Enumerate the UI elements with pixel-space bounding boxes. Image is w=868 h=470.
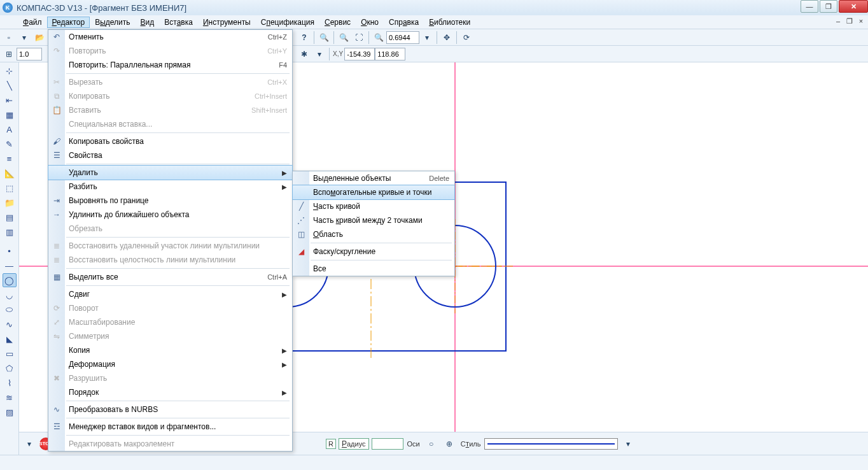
- coord-x[interactable]: [344, 48, 375, 61]
- mi-symmetry[interactable]: ⇋Симметрия: [48, 329, 292, 343]
- mi-undo[interactable]: ↶ОтменитьCtrl+Z: [48, 30, 292, 44]
- vbtn-meas[interactable]: 📐: [3, 166, 17, 180]
- zoom-fit-icon[interactable]: ⛶: [352, 31, 366, 45]
- vbtn-chamfer[interactable]: ◣: [3, 332, 17, 346]
- snap-icon[interactable]: ✱: [297, 47, 311, 61]
- mi-props[interactable]: ☰Свойства: [48, 148, 292, 162]
- mi-destroy[interactable]: ✖Разрушить: [48, 371, 292, 385]
- mi-order[interactable]: Порядок▶: [48, 385, 292, 399]
- mdi-minimize[interactable]: –: [834, 17, 843, 25]
- zoom-in-icon[interactable]: 🔍: [317, 31, 331, 45]
- mi-redo[interactable]: ↷ПовторитьCtrl+Y: [48, 44, 292, 58]
- zoom-dd-icon[interactable]: ▾: [420, 31, 434, 45]
- step-input[interactable]: [17, 48, 42, 61]
- pb-dd-icon[interactable]: ▾: [22, 437, 36, 451]
- vbtn-edit[interactable]: ✎: [3, 137, 17, 151]
- zoom-window-icon[interactable]: 🔍: [337, 31, 351, 45]
- vbtn-arc[interactable]: ◡: [3, 288, 17, 302]
- vbtn-spline[interactable]: ∿: [3, 317, 17, 331]
- mi-restore-ml[interactable]: ≣Восстановить удаленный участок линии му…: [48, 239, 292, 253]
- smi-selected[interactable]: Выделенные объектыDelete: [293, 171, 454, 185]
- help-cursor-icon[interactable]: ?: [297, 31, 311, 45]
- style-dd-icon[interactable]: ▾: [621, 437, 635, 451]
- maximize-button[interactable]: ❐: [820, 0, 837, 13]
- mi-manager[interactable]: ☲Менеджер вставок видов и фрагментов...: [48, 420, 292, 434]
- vbtn-line[interactable]: ╲: [3, 78, 17, 92]
- mi-repeat[interactable]: Повторить: Параллельная прямаяF4: [48, 58, 292, 72]
- vbtn-poly[interactable]: ⬠: [3, 361, 17, 375]
- menu-tools[interactable]: Инструменты: [198, 17, 256, 28]
- mi-shift[interactable]: Сдвиг▶: [48, 287, 292, 301]
- vbtn-sel[interactable]: ⬚: [3, 181, 17, 195]
- style-select[interactable]: [484, 438, 618, 450]
- smi-between[interactable]: ⋰Часть кривой между 2 точками: [293, 213, 454, 227]
- mi-paste[interactable]: 📋ВставитьShift+Insert: [48, 103, 292, 117]
- smi-all[interactable]: Все: [293, 262, 454, 276]
- mi-macro[interactable]: Редактировать макроэлемент: [48, 437, 292, 451]
- menu-window[interactable]: Окно: [356, 17, 384, 28]
- axes-on-icon[interactable]: ⊕: [442, 437, 456, 451]
- mi-deform[interactable]: Деформация▶: [48, 357, 292, 371]
- vbtn-equid[interactable]: ≋: [3, 390, 17, 404]
- dropdown-icon[interactable]: ▾: [17, 31, 31, 45]
- menu-libs[interactable]: Библиотеки: [424, 17, 475, 28]
- mi-delete[interactable]: Удалить▶: [48, 165, 293, 180]
- mi-copy-props[interactable]: 🖌Копировать свойства: [48, 134, 292, 148]
- vbtn-cont[interactable]: ⌇: [3, 376, 17, 390]
- vbtn-spec[interactable]: ▤: [3, 210, 17, 224]
- mi-cut[interactable]: ✂ВырезатьCtrl+X: [48, 75, 292, 89]
- smi-chamfer[interactable]: ◢Фаску/скругление: [293, 245, 454, 259]
- smi-part[interactable]: ╱Часть кривой: [293, 199, 454, 213]
- pan-icon[interactable]: ✥: [440, 31, 454, 45]
- menu-file[interactable]: Файл: [18, 17, 47, 28]
- menu-view[interactable]: Вид: [136, 17, 160, 28]
- mi-scale[interactable]: ⤢Масштабирование: [48, 315, 292, 329]
- mi-split[interactable]: Разбить▶: [48, 180, 292, 194]
- vbtn-point2[interactable]: •: [3, 244, 17, 258]
- refresh-icon[interactable]: ⟳: [459, 31, 473, 45]
- mi-restore-int[interactable]: ≣Восстановить целостность линии мультили…: [48, 253, 292, 267]
- vbtn-fill[interactable]: ▨: [3, 405, 17, 419]
- menu-spec[interactable]: Спецификация: [256, 17, 319, 28]
- mi-rotate[interactable]: ⟳Поворот: [48, 301, 292, 315]
- vbtn-rep[interactable]: ▥: [3, 225, 17, 239]
- open-icon[interactable]: 📂: [32, 31, 46, 45]
- vbtn-dim1[interactable]: ⇤: [3, 93, 17, 107]
- mi-extend[interactable]: →Удлинить до ближайшего объекта: [48, 208, 292, 222]
- radius-input[interactable]: [372, 438, 403, 450]
- vbtn-circle[interactable]: ◯: [3, 273, 17, 287]
- snap-dd-icon[interactable]: ▾: [312, 47, 326, 61]
- menu-insert[interactable]: Вставка: [159, 17, 198, 28]
- vbtn-ellipse[interactable]: ⬭: [3, 303, 17, 317]
- new-doc-icon[interactable]: ▫: [2, 31, 16, 45]
- mdi-close[interactable]: ×: [857, 17, 865, 25]
- vbtn-hatch[interactable]: ▦: [3, 108, 17, 122]
- menu-service[interactable]: Сервис: [319, 17, 356, 28]
- grid-step-icon[interactable]: ⊞: [2, 47, 16, 61]
- close-button[interactable]: ✕: [839, 0, 868, 13]
- smi-aux[interactable]: Вспомогательные кривые и точки: [292, 185, 455, 200]
- smi-region[interactable]: ◫Область: [293, 227, 454, 241]
- mi-paste-special[interactable]: Специальная вставка...: [48, 117, 292, 131]
- vbtn-rect[interactable]: ▭: [3, 346, 17, 360]
- mi-copy-op[interactable]: Копия▶: [48, 343, 292, 357]
- vbtn-point[interactable]: ⊹: [3, 64, 17, 78]
- vbtn-text[interactable]: A: [3, 122, 17, 136]
- mi-select-all[interactable]: ▦Выделить всеCtrl+A: [48, 270, 292, 284]
- mi-copy[interactable]: ⧉КопироватьCtrl+Insert: [48, 89, 292, 103]
- zoom-input[interactable]: [386, 31, 419, 44]
- vbtn-param[interactable]: ≡: [3, 152, 17, 166]
- mi-trim[interactable]: Обрезать: [48, 222, 292, 236]
- menu-editor[interactable]: Редактор: [47, 17, 90, 28]
- coord-y[interactable]: [375, 48, 405, 61]
- menu-help[interactable]: Справка: [384, 17, 424, 28]
- mi-align[interactable]: ⇥Выровнять по границе: [48, 194, 292, 208]
- mi-nurbs[interactable]: ∿Преобразовать в NURBS: [48, 402, 292, 417]
- menu-select[interactable]: Выделить: [90, 17, 135, 28]
- minimize-button[interactable]: —: [801, 0, 818, 13]
- axes-off-icon[interactable]: ○: [424, 437, 438, 451]
- mdi-restore[interactable]: ❐: [845, 17, 854, 25]
- vbtn-hline[interactable]: —: [3, 259, 17, 273]
- vbtn-lib[interactable]: 📁: [3, 196, 17, 210]
- zoom-prev-icon[interactable]: 🔍: [372, 31, 386, 45]
